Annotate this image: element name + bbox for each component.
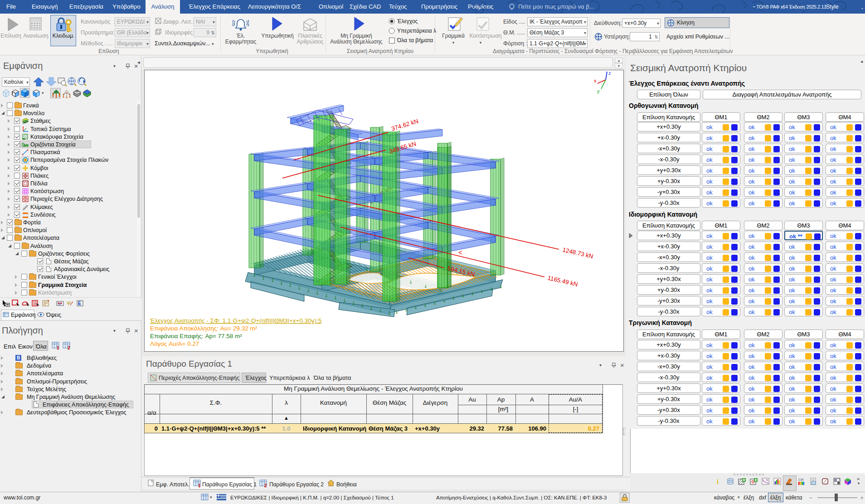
svg-text:1248.73 kN: 1248.73 kN <box>562 246 594 260</box>
svg-text:1165.49 kN: 1165.49 kN <box>547 274 578 288</box>
svg-text:N: N <box>766 479 768 481</box>
svg-text:x: x <box>594 78 597 83</box>
svg-text:<: < <box>458 248 462 256</box>
svg-text:Λόγος Au/A= 0.27: Λόγος Au/A= 0.27 <box>150 340 199 347</box>
svg-text:1: 1 <box>198 483 201 488</box>
svg-text:374.62 kN: 374.62 kN <box>390 118 419 132</box>
svg-text:Έλεγχος Ανατροπής - ΣΦ: 1.: Έλεγχος Ανατροπής - ΣΦ: 1.1·G+ψ2·Q+(nlf|… <box>150 317 321 324</box>
svg-text:Επιφάνεια Αποκόλλησης: Au= 29.: Επιφάνεια Αποκόλλησης: Au= 29.32 m² <box>150 325 258 332</box>
svg-text:2: 2 <box>68 345 70 350</box>
svg-text:Επιφάνεια Επαφής: Ap= 77.58 m²: Επιφάνεια Επαφής: Ap= 77.58 m² <box>150 333 242 339</box>
svg-text:z: z <box>608 70 611 76</box>
svg-text:CR: CR <box>798 478 804 482</box>
svg-text:i: i <box>717 478 719 485</box>
svg-text:1: 1 <box>57 345 59 350</box>
svg-text:E: E <box>78 301 81 306</box>
svg-text:2: 2 <box>264 483 267 488</box>
svg-text:y: y <box>597 88 600 94</box>
svg-text:d: d <box>58 302 60 305</box>
